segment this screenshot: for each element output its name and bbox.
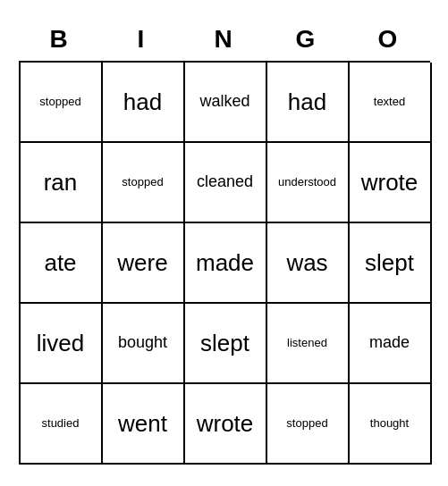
cell-0-4[interactable]: texted xyxy=(350,63,432,143)
header-letter-N: N xyxy=(183,21,266,57)
cell-text-4-1: went xyxy=(118,411,167,437)
bingo-grid: stoppedhadwalkedhadtextedranstoppedclean… xyxy=(19,61,430,465)
cell-text-1-4: wrote xyxy=(361,170,418,196)
cell-3-4[interactable]: made xyxy=(350,304,432,384)
cell-text-2-0: ate xyxy=(44,250,76,276)
cell-4-3[interactable]: stopped xyxy=(267,384,350,465)
cell-text-0-4: texted xyxy=(374,96,405,108)
header-letter-B: B xyxy=(19,21,101,57)
cell-0-3[interactable]: had xyxy=(267,63,350,143)
cell-3-2[interactable]: slept xyxy=(185,304,267,384)
cell-1-2[interactable]: cleaned xyxy=(185,143,267,223)
cell-0-2[interactable]: walked xyxy=(185,63,267,143)
cell-2-0[interactable]: ate xyxy=(21,223,103,304)
bingo-header: BINGO xyxy=(19,21,430,57)
cell-1-1[interactable]: stopped xyxy=(103,143,185,223)
cell-text-3-1: bought xyxy=(118,334,167,352)
cell-text-1-3: understood xyxy=(278,176,336,189)
cell-2-3[interactable]: was xyxy=(267,223,350,304)
header-letter-I: I xyxy=(101,21,183,57)
cell-3-0[interactable]: lived xyxy=(21,304,103,384)
cell-4-0[interactable]: studied xyxy=(21,384,103,465)
cell-0-1[interactable]: had xyxy=(103,63,185,143)
cell-4-1[interactable]: went xyxy=(103,384,185,465)
cell-text-1-2: cleaned xyxy=(197,173,253,191)
cell-0-0[interactable]: stopped xyxy=(21,63,103,143)
cell-1-4[interactable]: wrote xyxy=(350,143,432,223)
cell-2-4[interactable]: slept xyxy=(350,223,432,304)
cell-1-3[interactable]: understood xyxy=(267,143,350,223)
header-letter-G: G xyxy=(266,21,348,57)
cell-text-0-3: had xyxy=(288,89,326,115)
cell-2-2[interactable]: made xyxy=(185,223,267,304)
cell-text-1-1: stopped xyxy=(122,176,163,189)
cell-text-0-1: had xyxy=(123,89,162,115)
cell-text-3-0: lived xyxy=(37,331,84,356)
cell-text-0-0: stopped xyxy=(39,96,80,108)
cell-text-1-0: ran xyxy=(44,170,78,196)
cell-3-3[interactable]: listened xyxy=(267,304,350,384)
cell-text-2-2: made xyxy=(196,250,254,276)
cell-1-0[interactable]: ran xyxy=(21,143,103,223)
cell-3-1[interactable]: bought xyxy=(103,304,185,384)
cell-text-4-2: wrote xyxy=(197,411,254,437)
cell-text-4-3: stopped xyxy=(286,417,327,430)
cell-text-3-3: listened xyxy=(287,337,327,349)
cell-text-3-4: made xyxy=(369,334,410,352)
cell-text-2-3: was xyxy=(286,250,327,276)
cell-4-2[interactable]: wrote xyxy=(185,384,267,465)
cell-text-4-0: studied xyxy=(42,417,80,430)
cell-text-4-4: thought xyxy=(370,417,409,430)
header-letter-O: O xyxy=(348,21,430,57)
cell-2-1[interactable]: were xyxy=(103,223,185,304)
cell-text-2-1: were xyxy=(117,250,167,276)
cell-text-0-2: walked xyxy=(199,93,249,111)
cell-4-4[interactable]: thought xyxy=(350,384,432,465)
cell-text-3-2: slept xyxy=(200,331,249,356)
cell-text-2-4: slept xyxy=(365,250,414,276)
bingo-card: BINGO stoppedhadwalkedhadtextedranstoppe… xyxy=(10,13,439,473)
